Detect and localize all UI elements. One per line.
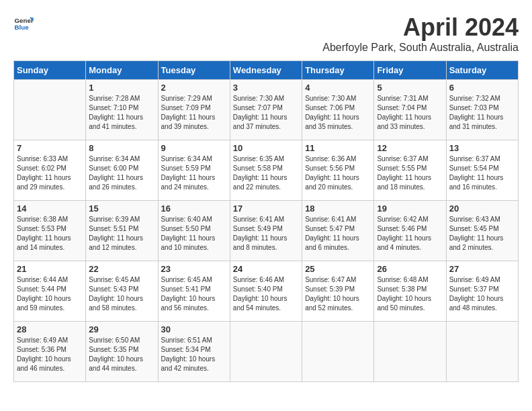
day-number: 17 xyxy=(233,203,299,214)
day-number: 9 xyxy=(161,143,227,153)
day-info: Sunrise: 6:46 AMSunset: 5:40 PMDaylight:… xyxy=(233,275,299,313)
day-number: 30 xyxy=(161,324,227,334)
calendar-cell: 6Sunrise: 7:32 AMSunset: 7:03 PMDaylight… xyxy=(446,80,518,140)
svg-text:Blue: Blue xyxy=(15,24,30,31)
day-info: Sunrise: 6:41 AMSunset: 5:47 PMDaylight:… xyxy=(305,215,371,253)
day-info: Sunrise: 6:35 AMSunset: 5:58 PMDaylight:… xyxy=(233,154,299,192)
day-info: Sunrise: 6:39 AMSunset: 5:51 PMDaylight:… xyxy=(89,215,154,253)
calendar-cell: 20Sunrise: 6:43 AMSunset: 5:45 PMDayligh… xyxy=(446,201,518,261)
day-number: 23 xyxy=(161,264,227,274)
day-info: Sunrise: 7:30 AMSunset: 7:07 PMDaylight:… xyxy=(233,94,299,132)
day-number: 1 xyxy=(89,83,154,93)
day-number: 11 xyxy=(305,143,371,153)
day-number: 25 xyxy=(305,264,371,274)
location-title: Aberfoyle Park, South Australia, Austral… xyxy=(322,42,519,54)
week-row-4: 21Sunrise: 6:44 AMSunset: 5:44 PMDayligh… xyxy=(14,261,519,322)
day-info: Sunrise: 6:48 AMSunset: 5:38 PMDaylight:… xyxy=(377,275,443,313)
day-number: 26 xyxy=(377,264,443,274)
day-info: Sunrise: 6:37 AMSunset: 5:54 PMDaylight:… xyxy=(449,154,515,192)
calendar-cell: 4Sunrise: 7:30 AMSunset: 7:06 PMDaylight… xyxy=(302,80,374,140)
day-number: 16 xyxy=(161,203,227,214)
calendar-cell: 5Sunrise: 7:31 AMSunset: 7:04 PMDaylight… xyxy=(374,80,446,140)
calendar-cell: 23Sunrise: 6:45 AMSunset: 5:41 PMDayligh… xyxy=(158,261,230,322)
page-header: General Blue April 2024 Aberfoyle Park, … xyxy=(13,13,519,54)
header-row: SundayMondayTuesdayWednesdayThursdayFrid… xyxy=(14,61,519,80)
day-number: 27 xyxy=(449,264,515,274)
calendar-cell: 3Sunrise: 7:30 AMSunset: 7:07 PMDaylight… xyxy=(230,80,302,140)
calendar-cell: 8Sunrise: 6:34 AMSunset: 6:00 PMDaylight… xyxy=(86,140,158,201)
day-info: Sunrise: 6:36 AMSunset: 5:56 PMDaylight:… xyxy=(305,154,371,192)
calendar-cell: 7Sunrise: 6:33 AMSunset: 6:02 PMDaylight… xyxy=(14,140,86,201)
calendar-cell: 25Sunrise: 6:47 AMSunset: 5:39 PMDayligh… xyxy=(302,261,374,322)
day-number: 13 xyxy=(449,143,515,153)
title-area: April 2024 Aberfoyle Park, South Austral… xyxy=(322,13,519,54)
week-row-2: 7Sunrise: 6:33 AMSunset: 6:02 PMDaylight… xyxy=(14,140,519,201)
day-number: 8 xyxy=(89,143,154,153)
calendar-cell xyxy=(302,322,374,382)
calendar-cell: 9Sunrise: 6:34 AMSunset: 5:59 PMDaylight… xyxy=(158,140,230,201)
day-info: Sunrise: 7:31 AMSunset: 7:04 PMDaylight:… xyxy=(377,94,443,132)
week-row-5: 28Sunrise: 6:49 AMSunset: 5:36 PMDayligh… xyxy=(14,322,519,382)
calendar-cell: 27Sunrise: 6:49 AMSunset: 5:37 PMDayligh… xyxy=(446,261,518,322)
day-number: 14 xyxy=(17,203,83,214)
day-info: Sunrise: 6:37 AMSunset: 5:55 PMDaylight:… xyxy=(377,154,443,192)
day-info: Sunrise: 6:33 AMSunset: 6:02 PMDaylight:… xyxy=(17,154,83,192)
calendar-cell: 22Sunrise: 6:45 AMSunset: 5:43 PMDayligh… xyxy=(86,261,158,322)
day-number: 5 xyxy=(377,83,443,93)
day-number: 6 xyxy=(449,83,515,93)
header-cell-tuesday: Tuesday xyxy=(158,61,230,80)
day-number: 22 xyxy=(89,264,154,274)
day-number: 20 xyxy=(449,203,515,214)
calendar-cell: 21Sunrise: 6:44 AMSunset: 5:44 PMDayligh… xyxy=(14,261,86,322)
day-info: Sunrise: 6:43 AMSunset: 5:45 PMDaylight:… xyxy=(449,215,515,253)
calendar-cell: 14Sunrise: 6:38 AMSunset: 5:53 PMDayligh… xyxy=(14,201,86,261)
day-info: Sunrise: 6:41 AMSunset: 5:49 PMDaylight:… xyxy=(233,215,299,253)
calendar-cell: 19Sunrise: 6:42 AMSunset: 5:46 PMDayligh… xyxy=(374,201,446,261)
day-info: Sunrise: 6:45 AMSunset: 5:43 PMDaylight:… xyxy=(89,275,154,313)
day-info: Sunrise: 6:40 AMSunset: 5:50 PMDaylight:… xyxy=(161,215,227,253)
calendar-cell: 15Sunrise: 6:39 AMSunset: 5:51 PMDayligh… xyxy=(86,201,158,261)
day-number: 15 xyxy=(89,203,154,214)
calendar-cell: 13Sunrise: 6:37 AMSunset: 5:54 PMDayligh… xyxy=(446,140,518,201)
logo: General Blue xyxy=(13,13,34,34)
header-cell-wednesday: Wednesday xyxy=(230,61,302,80)
day-number: 7 xyxy=(17,143,83,153)
day-number: 21 xyxy=(17,264,83,274)
day-number: 4 xyxy=(305,83,371,93)
calendar-cell: 12Sunrise: 6:37 AMSunset: 5:55 PMDayligh… xyxy=(374,140,446,201)
day-info: Sunrise: 7:29 AMSunset: 7:09 PMDaylight:… xyxy=(161,94,227,132)
calendar-cell xyxy=(374,322,446,382)
calendar-cell: 10Sunrise: 6:35 AMSunset: 5:58 PMDayligh… xyxy=(230,140,302,201)
calendar-cell: 11Sunrise: 6:36 AMSunset: 5:56 PMDayligh… xyxy=(302,140,374,201)
calendar-cell xyxy=(230,322,302,382)
week-row-3: 14Sunrise: 6:38 AMSunset: 5:53 PMDayligh… xyxy=(14,201,519,261)
day-info: Sunrise: 7:30 AMSunset: 7:06 PMDaylight:… xyxy=(305,94,371,132)
calendar-cell xyxy=(14,80,86,140)
logo-icon: General Blue xyxy=(13,13,34,34)
calendar-cell: 26Sunrise: 6:48 AMSunset: 5:38 PMDayligh… xyxy=(374,261,446,322)
calendar-cell: 17Sunrise: 6:41 AMSunset: 5:49 PMDayligh… xyxy=(230,201,302,261)
day-number: 28 xyxy=(17,324,83,334)
day-info: Sunrise: 6:42 AMSunset: 5:46 PMDaylight:… xyxy=(377,215,443,253)
day-number: 24 xyxy=(233,264,299,274)
day-number: 29 xyxy=(89,324,154,334)
day-info: Sunrise: 6:34 AMSunset: 6:00 PMDaylight:… xyxy=(89,154,154,192)
day-info: Sunrise: 6:38 AMSunset: 5:53 PMDaylight:… xyxy=(17,215,83,253)
day-info: Sunrise: 6:45 AMSunset: 5:41 PMDaylight:… xyxy=(161,275,227,313)
calendar-cell: 28Sunrise: 6:49 AMSunset: 5:36 PMDayligh… xyxy=(14,322,86,382)
calendar-table: SundayMondayTuesdayWednesdayThursdayFrid… xyxy=(13,60,519,382)
day-number: 2 xyxy=(161,83,227,93)
day-number: 12 xyxy=(377,143,443,153)
day-number: 19 xyxy=(377,203,443,214)
calendar-cell: 30Sunrise: 6:51 AMSunset: 5:34 PMDayligh… xyxy=(158,322,230,382)
calendar-cell: 16Sunrise: 6:40 AMSunset: 5:50 PMDayligh… xyxy=(158,201,230,261)
calendar-cell: 29Sunrise: 6:50 AMSunset: 5:35 PMDayligh… xyxy=(86,322,158,382)
calendar-cell: 18Sunrise: 6:41 AMSunset: 5:47 PMDayligh… xyxy=(302,201,374,261)
header-cell-friday: Friday xyxy=(374,61,446,80)
calendar-cell xyxy=(446,322,518,382)
day-info: Sunrise: 6:49 AMSunset: 5:36 PMDaylight:… xyxy=(17,336,83,373)
header-cell-saturday: Saturday xyxy=(446,61,518,80)
month-title: April 2024 xyxy=(322,13,519,42)
day-info: Sunrise: 7:32 AMSunset: 7:03 PMDaylight:… xyxy=(449,94,515,132)
day-number: 18 xyxy=(305,203,371,214)
